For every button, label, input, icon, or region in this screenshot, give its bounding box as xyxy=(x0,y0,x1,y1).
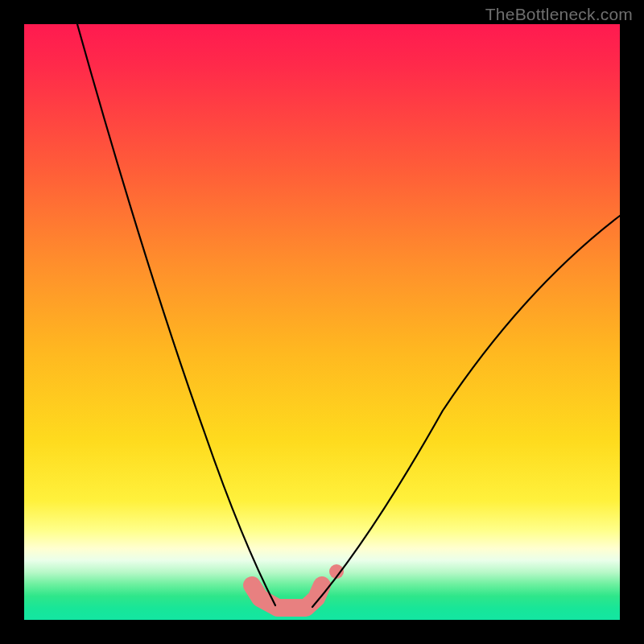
left-curve xyxy=(77,24,275,605)
watermark-text: TheBottleneck.com xyxy=(485,5,633,24)
chart-frame: TheBottleneck.com xyxy=(0,0,644,644)
optimal-region-stroke xyxy=(252,585,322,608)
right-curve xyxy=(312,216,620,607)
chart-svg xyxy=(24,24,620,620)
plot-area xyxy=(24,24,620,620)
